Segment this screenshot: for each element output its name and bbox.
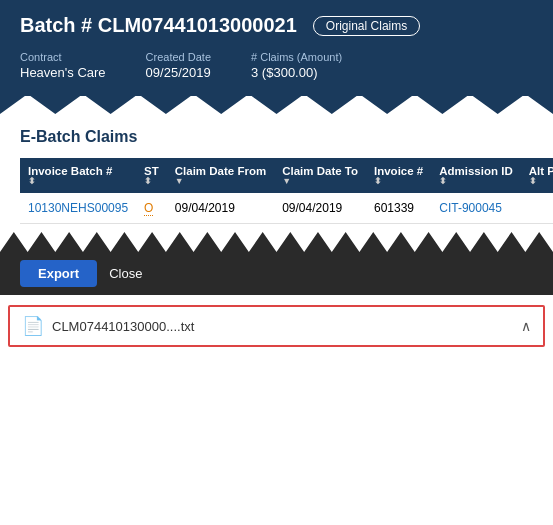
header-meta: Contract Heaven's Care Created Date 09/2… — [20, 51, 533, 80]
created-date-label: Created Date — [146, 51, 211, 63]
cell-invoice-batch[interactable]: 10130NEHS00095 — [20, 193, 136, 224]
cell-alt-patient-id — [521, 193, 553, 224]
col-invoice-batch[interactable]: Invoice Batch #⬍ — [20, 158, 136, 193]
file-name: CLM074410130000....txt — [52, 319, 194, 334]
export-button[interactable]: Export — [20, 260, 97, 287]
invoice-batch-link[interactable]: 10130NEHS00095 — [28, 201, 128, 215]
cell-claim-date-from: 09/04/2019 — [167, 193, 274, 224]
file-download-bar: 📄 CLM074410130000....txt ∧ — [8, 305, 545, 347]
cell-claim-date-to: 09/04/2019 — [274, 193, 366, 224]
claims-amount-label: # Claims (Amount) — [251, 51, 342, 63]
col-claim-date-to[interactable]: Claim Date To▼ — [274, 158, 366, 193]
footer-bar: Export Close — [0, 252, 553, 295]
cell-invoice: 601339 — [366, 193, 431, 224]
batch-title: Batch # CLM07441013000021 — [20, 14, 297, 37]
admission-id-link[interactable]: CIT-900045 — [439, 201, 502, 215]
claims-amount-value: 3 ($300.00) — [251, 65, 318, 80]
table-row: 10130NEHS00095 O 09/04/2019 09/04/2019 6… — [20, 193, 553, 224]
batch-number: CLM07441013000021 — [98, 14, 297, 36]
table-header: Invoice Batch #⬍ ST⬍ Claim Date From▼ Cl… — [20, 158, 553, 193]
table-body: 10130NEHS00095 O 09/04/2019 09/04/2019 6… — [20, 193, 553, 224]
contract-group: Contract Heaven's Care — [20, 51, 106, 80]
col-admission-id[interactable]: Admission ID⬍ — [431, 158, 520, 193]
original-claims-badge[interactable]: Original Claims — [313, 16, 420, 36]
created-date-group: Created Date 09/25/2019 — [146, 51, 211, 80]
file-info: 📄 CLM074410130000....txt — [22, 315, 194, 337]
contract-value: Heaven's Care — [20, 65, 106, 80]
col-claim-date-from[interactable]: Claim Date From▼ — [167, 158, 274, 193]
cell-admission-id[interactable]: CIT-900045 — [431, 193, 520, 224]
col-st[interactable]: ST⬍ — [136, 158, 167, 193]
claims-amount-group: # Claims (Amount) 3 ($300.00) — [251, 51, 342, 80]
col-alt-patient-id[interactable]: Alt Patient Id⬍ — [521, 158, 553, 193]
contract-label: Contract — [20, 51, 106, 63]
section-title: E-Batch Claims — [20, 128, 533, 146]
cell-st[interactable]: O — [136, 193, 167, 224]
col-invoice[interactable]: Invoice #⬍ — [366, 158, 431, 193]
st-link[interactable]: O — [144, 201, 153, 216]
file-chevron-icon[interactable]: ∧ — [521, 318, 531, 334]
batch-label: Batch # — [20, 14, 92, 36]
file-icon: 📄 — [22, 315, 44, 337]
main-content: E-Batch Claims Invoice Batch #⬍ ST⬍ Clai… — [0, 114, 553, 224]
close-button[interactable]: Close — [105, 260, 146, 287]
claims-table: Invoice Batch #⬍ ST⬍ Claim Date From▼ Cl… — [20, 158, 553, 224]
page-header: Batch # CLM07441013000021 Original Claim… — [0, 0, 553, 96]
created-date-value: 09/25/2019 — [146, 65, 211, 80]
zigzag-divider-top — [0, 96, 553, 114]
zigzag-divider-bottom — [0, 232, 553, 252]
